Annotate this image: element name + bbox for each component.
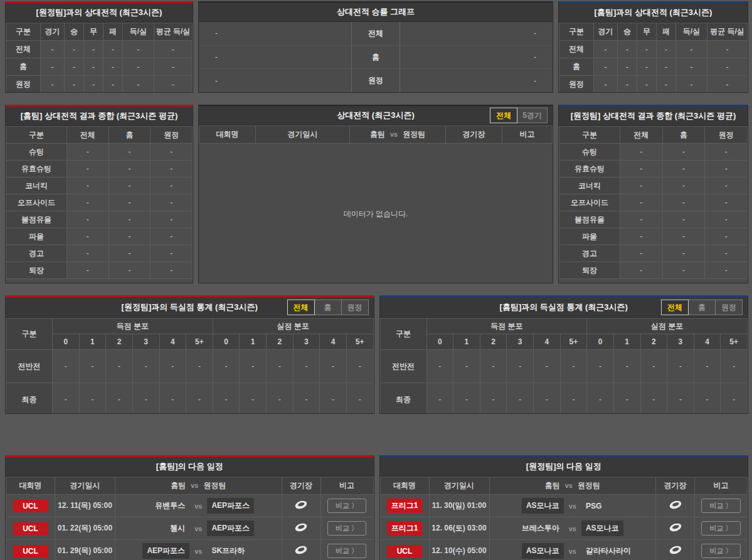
- compare-button[interactable]: 비교 〉: [327, 499, 366, 513]
- panel-title-text: [원정팀]과의 상대전적 (최근3시즌): [36, 7, 162, 18]
- home-team-name: AS모나코: [522, 543, 564, 559]
- graph-row-label: 홈: [351, 46, 400, 69]
- subcolumn-header-row: 012345+012345+: [380, 334, 748, 350]
- compare-button[interactable]: 비교 〉: [327, 544, 366, 558]
- column-header: 무: [637, 23, 657, 41]
- subcolumn-header-row: 012345+012345+: [6, 334, 374, 350]
- stat-value: -: [705, 211, 748, 228]
- league-column-header: 대회명: [199, 126, 256, 144]
- stat-value: -: [594, 58, 618, 76]
- stat-value: -: [103, 76, 123, 93]
- stat-value: -: [721, 383, 748, 415]
- stat-value: -: [67, 144, 109, 161]
- matches-table: 대회명경기일시홈팀vs원정팀경기장비고데이터가 없습니다.: [199, 125, 553, 283]
- league-column-header: 대회명: [6, 477, 55, 495]
- panel-title: [원정팀]과의 득실점 통계 (최근3시즌) 전체홈원정: [6, 297, 374, 318]
- column-header: 무: [84, 23, 103, 41]
- stat-value: -: [620, 245, 663, 262]
- row-label: 파울: [559, 228, 620, 245]
- stat-value: -: [694, 350, 721, 383]
- subcolumn-header: 0: [213, 334, 240, 350]
- column-header: 경기: [41, 23, 65, 41]
- stat-value: -: [721, 350, 748, 383]
- tab-전체[interactable]: 전체: [661, 300, 689, 315]
- stadium-column-header: 경기장: [446, 126, 502, 144]
- note-column-header: 비고: [320, 477, 373, 495]
- stat-value: -: [123, 41, 154, 58]
- away-side: AEP파포스: [207, 498, 275, 514]
- datetime-cell: 01. 22(목) 05:00: [55, 517, 115, 540]
- stat-table: 구분경기승무패득/실평균 득/실전체------홈------원정------: [559, 23, 748, 93]
- stadium-icon[interactable]: [294, 522, 308, 532]
- tab-홈[interactable]: 홈: [688, 300, 716, 315]
- matchup-cell: AS모나코vs갈라타사라이: [489, 540, 656, 560]
- compare-button[interactable]: 비교 〉: [701, 499, 740, 513]
- compare-button[interactable]: 비교 〉: [327, 521, 366, 536]
- stadium-icon[interactable]: [294, 500, 308, 510]
- row-label: 오프사이드: [559, 194, 620, 211]
- compare-button[interactable]: 비교 〉: [701, 521, 740, 536]
- note-cell: 비교 〉: [320, 540, 373, 560]
- row-label: 퇴장: [6, 262, 67, 279]
- stat-value: -: [620, 194, 663, 211]
- datetime-column-header: 경기일시: [429, 477, 489, 495]
- matchup: 브레스투아vsAS모나코: [491, 520, 655, 536]
- matchup-cell: 브레스투아vsAS모나코: [489, 517, 656, 540]
- stat-value: -: [705, 262, 748, 279]
- schedule-home-table: 대회명경기일시홈팀vs원정팀경기장비고UCL12. 11(목) 05:00유벤투…: [6, 477, 374, 560]
- stat-value: -: [662, 228, 705, 245]
- compare-button[interactable]: 비교 〉: [701, 544, 740, 558]
- column-header: 득/실: [123, 23, 154, 41]
- tab-원정[interactable]: 원정: [341, 300, 369, 315]
- stadium-icon[interactable]: [294, 545, 308, 555]
- table-row: 경고---: [559, 245, 748, 262]
- tab-전체[interactable]: 전체: [287, 300, 315, 315]
- graph-row-label: 전체: [351, 22, 400, 45]
- away-side: AEP파포스: [207, 520, 275, 536]
- league-badge: UCL: [13, 522, 48, 535]
- table-row: 오프사이드---: [6, 194, 193, 211]
- home-header-label: 홈팀: [545, 481, 560, 490]
- subcolumn-header: 2: [106, 334, 133, 350]
- stat-value: -: [657, 41, 676, 58]
- tab-원정[interactable]: 원정: [715, 300, 743, 315]
- stat-value: -: [534, 383, 561, 415]
- panel-title-text: 상대전적 승률 그래프: [337, 6, 415, 18]
- match-datetime: 12. 06(토) 03:00: [432, 524, 486, 532]
- subcolumn-header: 4: [694, 334, 721, 350]
- tab-홈[interactable]: 홈: [314, 300, 342, 315]
- stat-value: -: [662, 161, 705, 177]
- league-badge: 프리그1: [387, 499, 422, 513]
- h2h-home-table: 구분경기승무패득/실평균 득/실전체------홈------원정------: [559, 23, 748, 93]
- stadium-icon[interactable]: [669, 500, 682, 510]
- summary-home-table: 구분전체홈원정슈팅---유효슈팅---코너킥---오프사이드---볼점유율---…: [6, 126, 193, 283]
- tab-전체[interactable]: 전체: [490, 108, 517, 124]
- table-row: 홈------: [559, 58, 748, 76]
- row-label: 최종: [380, 383, 426, 415]
- matchup: 첼시vsAEP파포스: [117, 520, 280, 536]
- stat-value: -: [620, 262, 663, 279]
- stat-value: -: [620, 211, 663, 228]
- stat-value: -: [109, 245, 151, 262]
- schedule-row: UCL01. 22(목) 05:00첼시vsAEP파포스비교 〉: [6, 517, 374, 540]
- home-team-name: 유벤투스: [151, 498, 189, 514]
- away-team-name: PSG: [581, 499, 606, 513]
- row-label: 파울: [6, 228, 67, 245]
- tab-5경기[interactable]: 5경기: [517, 108, 548, 124]
- stat-value: -: [293, 383, 320, 415]
- home-header-label: 홈팀: [171, 481, 186, 490]
- stat-value: -: [159, 350, 186, 383]
- home-side: 유벤투스: [121, 498, 189, 514]
- stadium-cell: [282, 517, 320, 540]
- matchup: 유벤투스vsAEP파포스: [117, 498, 280, 514]
- stadium-icon[interactable]: [669, 522, 682, 532]
- league-cell: UCL: [6, 540, 55, 560]
- stat-value: -: [637, 58, 657, 76]
- row-label: 경고: [6, 245, 67, 262]
- stat-value: -: [109, 194, 151, 211]
- league-cell: 프리그1: [380, 495, 429, 517]
- home-side: AEP파포스: [121, 543, 189, 559]
- table-row: 홈------: [6, 58, 193, 76]
- stadium-icon[interactable]: [669, 545, 682, 555]
- subcolumn-header: 5+: [186, 334, 213, 350]
